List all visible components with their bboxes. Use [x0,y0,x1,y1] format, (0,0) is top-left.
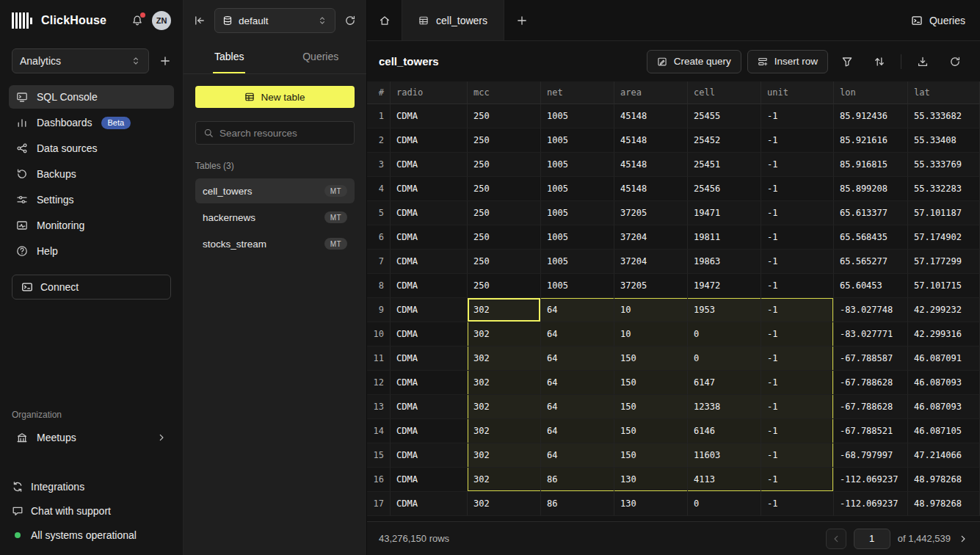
table-cell[interactable]: -1 [761,443,834,468]
notifications-button[interactable] [128,12,146,29]
table-cell[interactable]: 45148 [614,104,688,128]
refresh-data-button[interactable] [942,50,968,73]
row-number[interactable]: 16 [367,468,391,492]
table-cell[interactable]: CDMA [391,225,468,250]
table-cell[interactable]: 48.978268 [908,492,980,516]
table-cell[interactable]: 302 [468,419,541,443]
table-cell[interactable]: 250 [468,128,541,153]
table-cell[interactable]: CDMA [391,371,468,395]
table-cell[interactable]: 19472 [688,274,761,298]
table-cell[interactable]: 4113 [688,468,761,492]
column-header-radio[interactable]: radio [391,81,468,104]
prev-page-button[interactable] [826,529,846,549]
table-cell[interactable]: 65.60453 [834,274,908,298]
table-cell[interactable]: 1005 [541,153,614,177]
table-cell[interactable]: 1005 [541,177,614,201]
column-header-net[interactable]: net [541,81,614,104]
table-cell[interactable]: 48.978268 [908,468,980,492]
table-cell[interactable]: 302 [468,443,541,468]
filter-button[interactable] [834,50,860,73]
table-cell[interactable]: 55.332283 [908,177,980,201]
table-cell[interactable]: 150 [614,371,688,395]
insert-row-button[interactable]: Insert row [747,50,828,73]
refresh-tables-button[interactable] [344,15,356,26]
table-cell[interactable]: 85.912436 [834,104,908,128]
sidebar-item-monitoring[interactable]: Monitoring [9,214,174,237]
table-cell[interactable]: 0 [688,322,761,347]
table-cell[interactable]: 46.087105 [908,419,980,443]
table-cell[interactable]: 302 [468,298,541,322]
table-cell[interactable]: 130 [614,492,688,516]
search-input[interactable] [219,128,346,139]
table-cell[interactable]: 65.613377 [834,201,908,225]
table-cell[interactable]: 45148 [614,128,688,153]
table-cell[interactable]: -83.027771 [834,322,908,347]
table-cell[interactable]: -1 [761,128,834,153]
table-cell[interactable]: 250 [468,250,541,274]
table-cell[interactable]: 19471 [688,201,761,225]
table-cell[interactable]: 25451 [688,153,761,177]
table-cell[interactable]: 85.921616 [834,128,908,153]
column-header-mcc[interactable]: mcc [468,81,541,104]
table-cell[interactable]: -1 [761,298,834,322]
table-cell[interactable]: 302 [468,347,541,371]
table-list-item-cell-towers[interactable]: cell_towers MT [195,178,355,203]
table-cell[interactable]: 250 [468,104,541,128]
table-cell[interactable]: 37205 [614,201,688,225]
table-cell[interactable]: 150 [614,347,688,371]
sidebar-item-data-sources[interactable]: Data sources [9,137,174,160]
sidebar-item-chat-support[interactable]: Chat with support [12,500,171,522]
table-cell[interactable]: 55.33408 [908,128,980,153]
table-cell[interactable]: 64 [541,322,614,347]
table-cell[interactable]: 64 [541,419,614,443]
table-cell[interactable]: 65.568435 [834,225,908,250]
table-cell[interactable]: 1005 [541,201,614,225]
column-header-lat[interactable]: lat [908,81,980,104]
table-list-item-hackernews[interactable]: hackernews MT [195,205,355,230]
table-cell[interactable]: 150 [614,419,688,443]
table-cell[interactable]: 0 [688,492,761,516]
table-cell[interactable]: 37205 [614,274,688,298]
row-number[interactable]: 6 [367,225,391,250]
table-cell[interactable]: CDMA [391,104,468,128]
table-cell[interactable]: -112.069237 [834,468,908,492]
table-cell[interactable]: 57.101187 [908,201,980,225]
page-number-input[interactable] [854,529,890,549]
table-cell[interactable]: 46.087093 [908,371,980,395]
tab-tables[interactable]: Tables [184,41,275,73]
table-cell[interactable]: CDMA [391,201,468,225]
table-cell[interactable]: 130 [614,468,688,492]
table-cell[interactable]: -1 [761,201,834,225]
row-number[interactable]: 15 [367,443,391,468]
row-number[interactable]: 2 [367,128,391,153]
table-cell[interactable]: CDMA [391,250,468,274]
tab-cell-towers[interactable]: cell_towers [402,0,504,40]
table-cell[interactable]: CDMA [391,419,468,443]
table-cell[interactable]: 47.214066 [908,443,980,468]
database-select[interactable]: default [214,8,335,33]
row-number[interactable]: 3 [367,153,391,177]
table-cell[interactable]: 250 [468,225,541,250]
sidebar-item-settings[interactable]: Settings [9,188,174,211]
table-cell[interactable]: -67.788628 [834,395,908,419]
avatar[interactable]: ZN [152,11,171,30]
sidebar-item-help[interactable]: Help [9,239,174,263]
table-cell[interactable]: -1 [761,468,834,492]
new-table-button[interactable]: New table [195,86,355,108]
sidebar-item-meetups[interactable]: Meetups [9,426,174,449]
row-number[interactable]: 1 [367,104,391,128]
download-button[interactable] [910,50,936,73]
table-cell[interactable]: -1 [761,371,834,395]
row-number[interactable]: 8 [367,274,391,298]
table-cell[interactable]: 25456 [688,177,761,201]
table-cell[interactable]: 25455 [688,104,761,128]
table-cell[interactable]: -1 [761,347,834,371]
sidebar-item-sql-console[interactable]: SQL Console [9,85,174,109]
table-cell[interactable]: 55.333769 [908,153,980,177]
table-cell[interactable]: 45148 [614,153,688,177]
workspace-select[interactable]: Analytics [12,48,149,73]
column-header-unit[interactable]: unit [761,81,834,104]
table-cell[interactable]: 6146 [688,419,761,443]
column-header-lon[interactable]: lon [834,81,908,104]
row-number[interactable]: 9 [367,298,391,322]
